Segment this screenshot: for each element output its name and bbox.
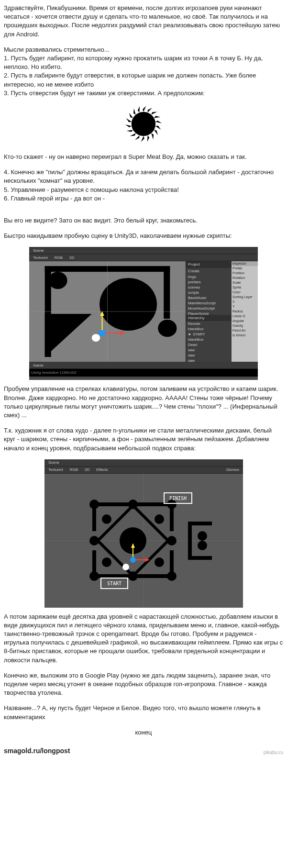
twod-2: 2D (83, 467, 91, 473)
svg-point-40 (155, 557, 164, 567)
svg-point-33 (167, 500, 177, 509)
svg-rect-3 (164, 266, 170, 319)
scene-tab-2: Scene (46, 459, 61, 466)
finish-label: FINISH (169, 496, 187, 501)
list-item: Linear D (232, 314, 258, 319)
svg-marker-11 (120, 331, 125, 335)
list-item: prefabs (186, 279, 232, 285)
svg-point-32 (128, 500, 138, 509)
list-item: ► START (186, 332, 232, 337)
svg-rect-29 (188, 522, 212, 525)
svg-point-6 (48, 272, 67, 289)
svg-rect-12 (99, 330, 105, 336)
list-item: Gravity (232, 323, 258, 328)
list-item: saw (186, 353, 232, 358)
svg-point-36 (167, 571, 177, 581)
inspector-tab: Inspector (232, 261, 258, 266)
naming: Название...? А, ну пусть будет Черное и … (4, 704, 283, 721)
list-item: Dead (186, 342, 232, 347)
svg-point-7 (158, 320, 177, 337)
svg-point-0 (132, 112, 155, 136)
svg-point-42 (167, 536, 177, 545)
list-item: MoveNowScript (186, 306, 232, 311)
svg-point-41 (89, 536, 99, 545)
after-saw: Кто-то скажет - ну он наверно переиграл … (4, 153, 283, 161)
rgb-dropdown: RGB (53, 255, 65, 261)
effects-2: Effects (94, 467, 110, 473)
resolution-label: Using resolution 1189x102 (29, 369, 258, 376)
list-item: Rotation (232, 276, 258, 280)
invisible-hero: Вы его не видите? Зато он вас видит. Это… (4, 216, 283, 225)
list-item: PlayerScript (186, 311, 232, 315)
list-item: Is Kinem (232, 333, 258, 338)
svg-point-13 (92, 334, 100, 342)
hierarchy-tab: Hierarchy (186, 315, 232, 321)
game-tab: Game (31, 362, 45, 368)
svg-point-44 (198, 531, 207, 541)
scene-tab: Scene (31, 247, 46, 254)
list-item: X (232, 300, 258, 304)
end-label: конец (4, 728, 283, 737)
point-5: 5. Управление - разумеется с помощью нак… (4, 186, 283, 194)
thoughts-intro: Мысли развивались стремительно... (4, 45, 283, 54)
gizmos-2: Gizmos (224, 467, 241, 473)
point-3: 3. Пусть отверстия будут не такими уж от… (4, 89, 283, 98)
watermark: pikabu.ru (264, 749, 283, 756)
list-item: Color (232, 290, 258, 295)
list-item: blackBox (186, 337, 232, 342)
create-button: Create (186, 268, 232, 274)
svg-point-37 (102, 514, 111, 524)
list-item: scripts (186, 290, 232, 295)
list-item: Prefab (232, 266, 258, 271)
svg-point-53 (122, 564, 129, 570)
svg-point-52 (130, 557, 136, 563)
unity-screenshot-1: Scene Textured RGB 2D (29, 247, 258, 380)
list-item: Scale (232, 280, 258, 285)
unity-screenshot-2: Scene Textured RGB 2D Effects Gizmos (44, 459, 243, 608)
list-item: saw (186, 347, 232, 353)
list-item: imgs (186, 274, 232, 279)
point-2: 2. Пусть в лабиринте будут отверстия, в … (4, 71, 283, 89)
list-item: saw (186, 358, 232, 362)
svg-point-31 (89, 500, 99, 509)
svg-point-34 (89, 571, 99, 581)
svg-point-35 (128, 571, 138, 581)
svg-rect-30 (188, 556, 212, 560)
list-item: Fixed An (232, 328, 258, 333)
unity-intro: Быстро накидываем пробную сцену в Unity3… (4, 232, 283, 240)
point-6: 6. Главный герой игры - да вот он - (4, 194, 283, 203)
textured-dropdown: Textured (31, 255, 50, 261)
project-tab: Project (186, 261, 232, 267)
list-item: Radius (232, 309, 258, 314)
point-1: 1. Пусть будет лабиринт, по которому нуж… (4, 54, 283, 71)
start-label: START (107, 581, 121, 586)
after-unity1: Пробуем управление на стрелках клавиатур… (4, 385, 283, 420)
svg-point-39 (102, 557, 111, 567)
svg-point-5 (99, 278, 157, 331)
textured-2: Textured (46, 467, 65, 473)
list-item: scenes (186, 285, 232, 290)
list-item: Y (232, 304, 258, 309)
svg-rect-28 (188, 522, 192, 560)
list-item: Sorting Layer (232, 295, 258, 300)
list-item: blackBox (186, 326, 232, 332)
greeting-paragraph: Здравствуйте, Пикабушники. Время от врем… (4, 4, 283, 39)
list-item: Sprite (232, 285, 258, 290)
list-item: BackMusic (186, 295, 232, 300)
svg-point-45 (198, 541, 207, 550)
list-item: Position (232, 271, 258, 276)
list-item: Render (186, 321, 232, 326)
svg-point-38 (155, 514, 164, 524)
rgb-2: RGB (68, 467, 80, 473)
point-4: 4. Конечно же "пилы" должны вращаться. Д… (4, 168, 283, 185)
artist-para: Т.к. художник я от слова худо - далее n-… (4, 426, 283, 453)
list-item: MainMenuScript (186, 300, 232, 306)
footer-link[interactable]: smagold.ru/longpost (4, 746, 70, 756)
google-play: Конечно же, выложим это в Google Play (н… (4, 671, 283, 698)
twod-toggle: 2D (67, 255, 76, 261)
after-unity2: А потом заряжаем ещё десятка два уровней… (4, 612, 283, 665)
svg-marker-4 (45, 314, 92, 357)
sawblade-icon (4, 102, 283, 148)
list-item: Angular (232, 319, 258, 323)
